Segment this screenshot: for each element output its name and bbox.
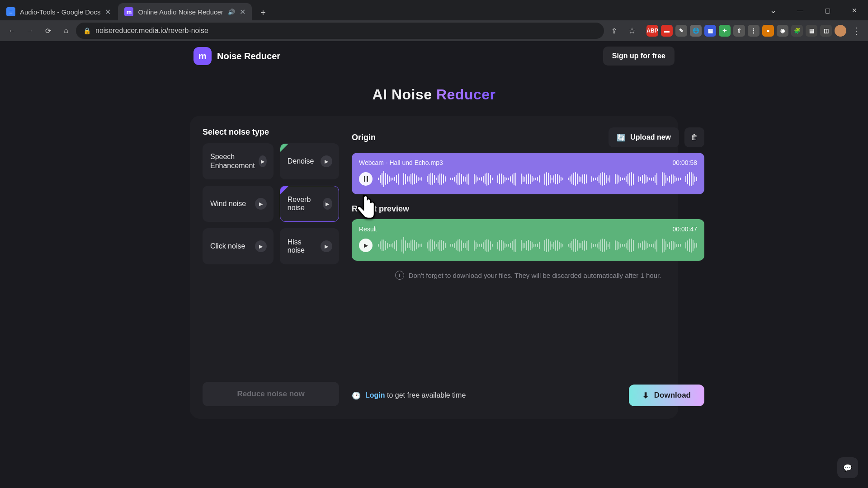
sound-icon[interactable]: 🔊	[228, 9, 235, 15]
close-icon[interactable]: ✕	[240, 8, 245, 16]
url-text: noisereducer.media.io/reverb-noise	[95, 27, 208, 35]
reduce-noise-button[interactable]: Reduce noise now	[203, 382, 339, 406]
page-title: AI Noise Reducer	[0, 86, 868, 103]
lock-icon: 🔒	[83, 27, 91, 34]
result-label: Result	[359, 225, 377, 233]
tab-title: Online Audio Noise Reducer	[138, 8, 223, 16]
download-button[interactable]: ⬇ Download	[629, 385, 704, 406]
origin-filename: Webcam - Hall und Echo.mp3	[359, 159, 443, 166]
ext-bar-icon[interactable]: ▤	[806, 25, 817, 37]
noise-type-heading: Select noise type	[203, 127, 339, 137]
play-icon[interactable]: ▶	[323, 198, 332, 210]
trash-icon: 🗑	[691, 133, 698, 141]
play-icon: ▶	[364, 242, 368, 249]
kebab-menu-icon[interactable]: ⋮	[848, 23, 864, 39]
signup-button[interactable]: Sign up for free	[603, 47, 675, 66]
info-icon: i	[395, 271, 404, 280]
download-icon: ⬇	[642, 391, 649, 400]
origin-heading: Origin	[352, 133, 376, 142]
delete-button[interactable]: 🗑	[684, 127, 704, 147]
browser-toolbar: ← → ⟳ ⌂ 🔒 noisereducer.media.io/reverb-n…	[0, 20, 868, 41]
app-header: m Noise Reducer Sign up for free	[190, 41, 678, 71]
ext-abp-icon[interactable]: ABP	[646, 25, 658, 37]
share-icon[interactable]: ⇪	[606, 23, 622, 39]
sidepanel-icon[interactable]: ◫	[820, 25, 832, 37]
minimize-button[interactable]: ―	[787, 0, 814, 20]
upload-icon: 🔄	[617, 133, 626, 142]
noise-reducer-icon: m	[124, 7, 133, 16]
browser-titlebar: ≡ Audio-Tools - Google Docs ✕ m Online A…	[0, 0, 868, 20]
clock-icon: 🕑	[352, 391, 361, 400]
play-icon[interactable]: ▶	[321, 240, 332, 252]
main-card: Select noise type Speech Enhancement ▶ D…	[190, 116, 678, 419]
noise-type-click[interactable]: Click noise ▶	[203, 228, 274, 264]
new-tab-button[interactable]: +	[255, 5, 271, 20]
back-button[interactable]: ←	[4, 23, 20, 39]
tab-gdocs[interactable]: ≡ Audio-Tools - Google Docs ✕	[0, 3, 117, 20]
play-icon[interactable]: ▶	[259, 155, 267, 167]
extensions: ABP ▬ ✎ 🌐 ▦ ✦ ⇧ ⋮ ● ◉ 🧩 ▤ ◫	[646, 25, 846, 37]
result-heading: Result preview	[352, 204, 704, 214]
download-hint: i Don't forget to download your files. T…	[352, 271, 704, 280]
tab-title: Audio-Tools - Google Docs	[20, 8, 100, 16]
ext-grey2-icon[interactable]: ⋮	[748, 25, 760, 37]
chevron-down-icon[interactable]: ⌄	[760, 0, 787, 20]
extensions-icon[interactable]: 🧩	[791, 25, 803, 37]
origin-duration: 00:00:58	[673, 159, 698, 166]
brand-name: Noise Reducer	[217, 51, 280, 61]
origin-waveform[interactable]	[378, 171, 697, 187]
noise-type-wind[interactable]: Wind noise ▶	[203, 186, 274, 222]
ext-globe-icon[interactable]: 🌐	[690, 25, 702, 37]
result-audio-box: Result 00:00:47 ▶	[352, 219, 704, 261]
chat-icon: 💬	[843, 464, 852, 472]
home-button[interactable]: ⌂	[58, 23, 74, 39]
noise-type-reverb[interactable]: Reverb noise ▶	[280, 186, 339, 222]
star-icon[interactable]: ☆	[624, 23, 640, 39]
play-icon[interactable]: ▶	[321, 155, 332, 167]
address-bar[interactable]: 🔒 noisereducer.media.io/reverb-noise	[76, 23, 604, 39]
maximize-button[interactable]: ▢	[814, 0, 841, 20]
close-icon[interactable]: ✕	[105, 8, 111, 16]
origin-audio-box: Webcam - Hall und Echo.mp3 00:00:58	[352, 153, 704, 194]
ext-pin-icon[interactable]: ✎	[675, 25, 687, 37]
play-icon[interactable]: ▶	[255, 198, 267, 210]
noise-type-denoise[interactable]: Denoise ▶	[280, 143, 339, 179]
noise-type-hiss[interactable]: Hiss noise ▶	[280, 228, 339, 264]
login-hint: 🕑 Login to get free available time	[352, 391, 466, 400]
forward-button[interactable]: →	[22, 23, 38, 39]
result-play-button[interactable]: ▶	[359, 239, 373, 252]
result-waveform[interactable]	[378, 237, 697, 253]
ext-blue-icon[interactable]: ▦	[704, 25, 716, 37]
gdocs-icon: ≡	[6, 7, 15, 16]
brand-logo: m	[193, 47, 212, 65]
play-icon[interactable]: ▶	[255, 240, 267, 252]
chat-fab-button[interactable]: 💬	[837, 457, 858, 478]
origin-pause-button[interactable]	[359, 172, 373, 186]
upload-new-button[interactable]: 🔄 Upload new	[609, 127, 679, 147]
close-window-button[interactable]: ✕	[841, 0, 868, 20]
reload-button[interactable]: ⟳	[40, 23, 56, 39]
tab-noise-reducer[interactable]: m Online Audio Noise Reducer 🔊 ✕	[118, 3, 251, 20]
avatar[interactable]	[835, 25, 846, 37]
ext-grey-icon[interactable]: ⇧	[733, 25, 745, 37]
pause-icon	[364, 176, 368, 182]
noise-type-speech-enhancement[interactable]: Speech Enhancement ▶	[203, 143, 274, 179]
result-duration: 00:00:47	[673, 225, 698, 233]
login-link[interactable]: Login	[365, 391, 385, 399]
ext-orange-icon[interactable]: ●	[762, 25, 774, 37]
ext-red-icon[interactable]: ▬	[661, 25, 673, 37]
ext-swirl-icon[interactable]: ◉	[777, 25, 788, 37]
ext-green-icon[interactable]: ✦	[719, 25, 731, 37]
